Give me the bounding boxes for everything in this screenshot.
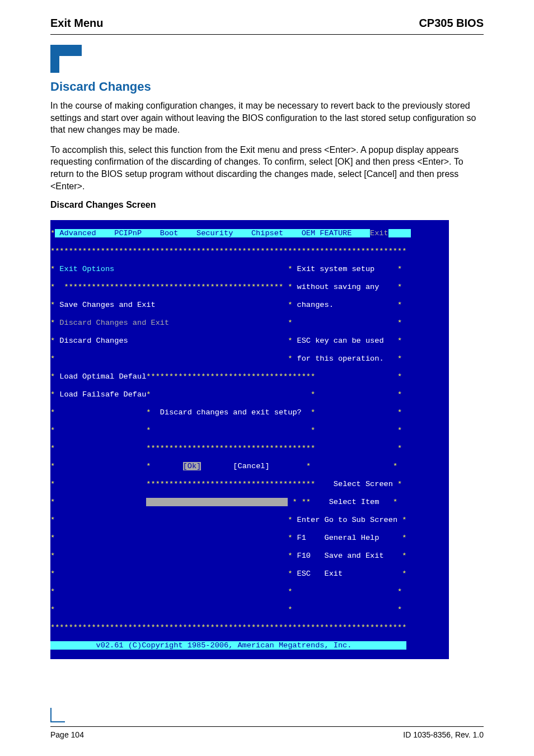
bios-tab-bar[interactable]: Advanced PCIPnP Boot Security Chipset OE… xyxy=(55,229,370,237)
corner-decoration-icon xyxy=(50,708,65,722)
doc-id: ID 1035-8356, Rev. 1.0 xyxy=(403,730,484,739)
menu-load-failsafe[interactable]: Load Failsafe Defau xyxy=(59,390,146,399)
menu-load-optimal[interactable]: Load Optimal Defaul xyxy=(59,372,146,381)
section-title: Discard Changes xyxy=(50,80,484,94)
dialog-cancel-button[interactable]: [Cancel] xyxy=(233,462,269,470)
nav-select-item: Select Item xyxy=(329,498,380,506)
body-paragraph-2: To accomplish this, select this function… xyxy=(50,144,484,192)
nav-f10: Save and Exit xyxy=(325,552,384,560)
menu-exit-options: Exit Options xyxy=(59,265,114,273)
bios-screen: * Advanced PCIPnP Boot Security Chipset … xyxy=(50,220,449,659)
nav-enter: Go to Sub Screen xyxy=(325,516,398,524)
menu-discard-exit[interactable]: Discard Changes and Exit xyxy=(59,319,169,327)
menu-save-exit[interactable]: Save Changes and Exit xyxy=(59,301,155,309)
dialog-ok-button[interactable]: [Ok] xyxy=(183,462,202,470)
body-paragraph-1: In the course of making configuration ch… xyxy=(50,100,484,136)
header-right: CP305 BIOS xyxy=(419,17,484,30)
page-number: Page 104 xyxy=(50,730,84,739)
help-line: ESC key can be used xyxy=(297,337,384,345)
help-line: for this operation. xyxy=(297,354,384,363)
dialog-message: Discard changes and exit setup? xyxy=(160,408,302,417)
help-line: changes. xyxy=(297,301,334,309)
sub-heading: Discard Changes Screen xyxy=(50,200,484,210)
help-line: without saving any xyxy=(297,283,380,291)
menu-discard-changes[interactable]: Discard Changes xyxy=(59,337,128,345)
bios-tab-exit[interactable]: Exit xyxy=(370,229,388,237)
help-line: Exit system setup xyxy=(297,265,375,273)
brand-logo-icon xyxy=(50,45,82,73)
nav-f1: General Help xyxy=(325,534,380,542)
nav-esc: Exit xyxy=(325,570,343,578)
header-rule xyxy=(50,34,484,35)
bios-footer: v02.61 (C)Copyright 1985-2006, American … xyxy=(96,641,352,650)
nav-select-screen: Select Screen xyxy=(334,480,393,488)
header-left: Exit Menu xyxy=(50,17,103,30)
